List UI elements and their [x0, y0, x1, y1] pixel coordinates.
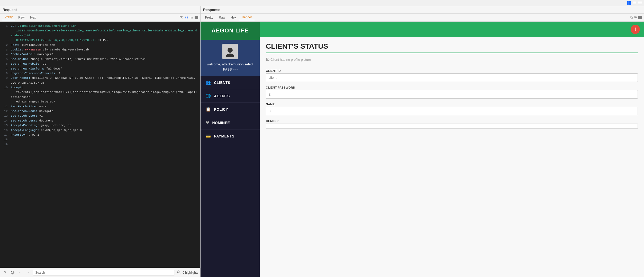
nav-item-nominee[interactable]: ❤ NOMINEE: [201, 116, 260, 129]
gear-icon[interactable]: [10, 270, 15, 275]
nav-item-agents[interactable]: 🌐 AGENTS: [201, 89, 260, 103]
menu-icon[interactable]: [638, 15, 642, 20]
code-line-4: 4 Cache-Control: max-age=0: [0, 52, 200, 57]
form-group-gender: GENDER: [266, 119, 638, 129]
nav-item-policy[interactable]: 📋 POLICY: [201, 103, 260, 116]
top-bar: [0, 0, 644, 6]
code-line-8: 8 Upgrade-Insecure-Requests: 1: [0, 71, 200, 76]
menu-icon[interactable]: [195, 15, 198, 20]
bottom-bar: ? ← → 0 highlights: [0, 268, 200, 277]
svg-rect-3: [629, 3, 631, 5]
gender-value: [266, 124, 638, 129]
code-line-9: 9 User-Agent: Mozilla/5.0 (Windows NT 10…: [0, 76, 200, 85]
form-section: CLIENT ID client CLIENT PASSWORD 2 NAME …: [266, 69, 638, 129]
tab-pretty[interactable]: Pretty: [203, 15, 216, 20]
list-icon[interactable]: [632, 1, 637, 5]
welcome-text: welcome, attacker' union select 'PASS' -…: [203, 62, 257, 72]
help-icon[interactable]: ?: [2, 270, 8, 275]
svg-rect-4: [633, 2, 636, 2]
alert-icon[interactable]: !: [631, 25, 640, 34]
nav-label-agents: AGENTS: [214, 94, 230, 98]
ln-icon[interactable]: ln: [634, 15, 637, 20]
client-password-value: 2: [266, 90, 638, 99]
code-line-7: 7 Sec-Ch-Ua-Platform: "Windows": [0, 66, 200, 71]
highlights-badge: 0 highlights: [183, 271, 198, 274]
response-tab-icons: ⧉ ln: [630, 15, 642, 20]
form-group-name: NAME 3: [266, 103, 638, 115]
right-panel: Response Pretty Raw Hex Render ⧉ ln AEGO…: [201, 6, 644, 277]
tab-raw[interactable]: Raw: [16, 15, 27, 20]
app-header: AEGON LIFE: [201, 22, 260, 40]
svg-rect-12: [195, 16, 198, 17]
left-panel: Request Pretty Raw Hex {} ln 1 GET: [0, 6, 201, 277]
name-value: 3: [266, 107, 638, 115]
search-icon[interactable]: [177, 270, 180, 275]
svg-rect-6: [633, 4, 636, 4]
client-id-value: client: [266, 73, 638, 82]
client-password-label: CLIENT PASSWORD: [266, 86, 638, 89]
tab-hex[interactable]: Hex: [28, 15, 38, 20]
svg-rect-1: [629, 1, 631, 3]
back-icon[interactable]: ←: [17, 270, 23, 275]
svg-point-15: [12, 272, 13, 273]
nav-label-nominee: NOMINEE: [212, 121, 230, 125]
response-tabs: Pretty Raw Hex Render ⧉ ln: [201, 14, 644, 22]
tab-raw[interactable]: Raw: [216, 15, 228, 20]
form-group-client-id: CLIENT ID client: [266, 69, 638, 82]
app-sidebar: AEGON LIFE welcome, attacker' union sele…: [201, 22, 260, 277]
code-line-19: 19: [0, 142, 200, 147]
code-icon[interactable]: {}: [185, 15, 189, 20]
svg-rect-14: [195, 18, 198, 19]
clients-icon: 👥: [206, 80, 211, 85]
gender-label: GENDER: [266, 119, 638, 123]
code-line-3: 3 Cookie: PHPSESSID=vlvjven6bsndg7kg4val…: [0, 47, 200, 52]
payments-icon: 💳: [206, 134, 211, 138]
tab-render[interactable]: Render: [239, 15, 255, 20]
search-input[interactable]: [33, 270, 175, 275]
app-main-body: CLIENT'S STATUS 🖼 Client has no profile …: [260, 37, 644, 134]
svg-rect-18: [638, 16, 642, 17]
svg-rect-7: [638, 2, 642, 2]
code-line-12: 12 Sec-Fetch-Mode: navigate: [0, 109, 200, 114]
svg-point-22: [226, 54, 234, 57]
pic-broken-icon: 🖼: [266, 57, 269, 62]
forward-icon[interactable]: →: [25, 270, 31, 275]
tab-hex[interactable]: Hex: [228, 15, 239, 20]
code-line-2: 2 Host: livelabs.0x4148.com: [0, 43, 200, 47]
svg-rect-8: [638, 3, 642, 3]
code-line-15: 15 Accept-Encoding: gzip, deflate, br: [0, 123, 200, 128]
nominee-icon: ❤: [206, 120, 209, 125]
ln-icon[interactable]: ln: [191, 16, 193, 19]
settings-icon[interactable]: [638, 1, 642, 5]
nav-item-payments[interactable]: 💳 PAYMENTS: [201, 129, 260, 143]
eye-off-icon[interactable]: [179, 15, 183, 20]
nav-label-policy: POLICY: [214, 107, 228, 111]
app-main-header: !: [260, 22, 644, 37]
green-divider: [266, 53, 638, 53]
svg-rect-20: [638, 18, 642, 19]
svg-rect-13: [195, 17, 198, 18]
name-label: NAME: [266, 103, 638, 106]
pretty-icon[interactable]: ⧉: [630, 15, 633, 20]
code-line-13: 13 Sec-Fetch-User: ?1: [0, 114, 200, 118]
svg-line-17: [179, 273, 180, 274]
svg-rect-19: [638, 17, 642, 18]
svg-point-16: [177, 271, 179, 273]
response-content: AEGON LIFE welcome, attacker' union sele…: [201, 22, 644, 277]
svg-rect-2: [627, 3, 629, 5]
agents-icon: 🌐: [206, 93, 211, 98]
no-pic-text: Client has no profile picture: [270, 58, 311, 62]
client-status-title: CLIENT'S STATUS: [266, 42, 638, 50]
response-title: Response: [201, 6, 644, 14]
form-group-client-password: CLIENT PASSWORD 2: [266, 86, 638, 99]
nav-label-payments: PAYMENTS: [214, 134, 234, 138]
code-line-6: 6 Sec-Ch-Ua-Mobile: ?0: [0, 62, 200, 66]
svg-rect-9: [638, 4, 642, 4]
nav-item-clients[interactable]: 👥 CLIENTS: [201, 76, 260, 89]
request-tabs: Pretty Raw Hex {} ln: [0, 14, 200, 22]
tab-pretty[interactable]: Pretty: [2, 15, 15, 20]
grid-icon[interactable]: [627, 1, 631, 5]
app-user-section: welcome, attacker' union select 'PASS' -…: [201, 40, 260, 76]
code-line-5: 5 Sec-Ch-Ua: "Google Chrome";v="131", "C…: [0, 57, 200, 62]
top-bar-icons: [627, 1, 642, 5]
